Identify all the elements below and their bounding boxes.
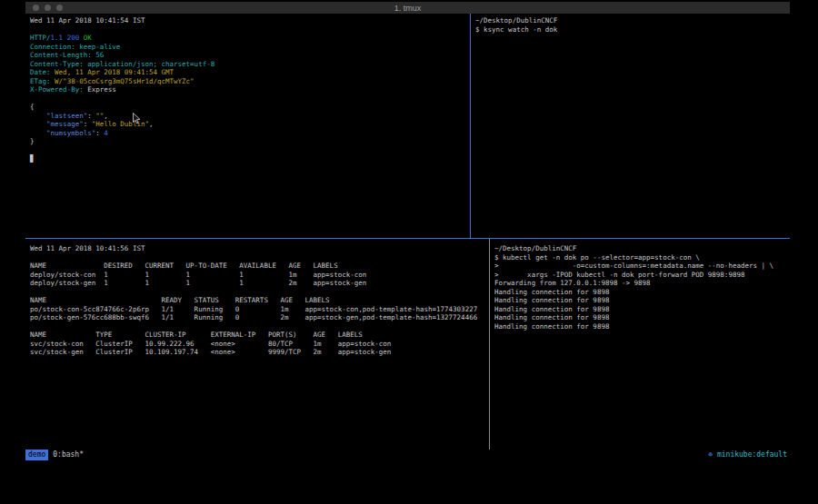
terminal-line: Handling connection for 9898 (494, 313, 788, 322)
terminal-line: { (30, 103, 468, 112)
status-left: demo 0:bash* (25, 450, 84, 460)
mouse-pointer-icon (133, 111, 141, 128)
terminal-line: HTTP/1.1 200 OK (30, 34, 468, 43)
terminal-line: Handling connection for 9898 (494, 288, 788, 297)
pane-kubectl-get[interactable]: Wed 11 Apr 2018 10:41:56 IST NAME DESIRE… (25, 239, 489, 450)
titlebar: 1. tmux (25, 2, 790, 14)
terminal-line: "message": "Hello Dublin", (30, 120, 468, 129)
pane-http-response[interactable]: Wed 11 Apr 2018 10:41:54 IST HTTP/1.1 20… (25, 14, 470, 238)
terminal-line (30, 146, 468, 155)
terminal-line (30, 288, 487, 297)
terminal-window: 1. tmux Wed 11 Apr 2018 10:41:54 IST HTT… (25, 2, 790, 460)
terminal-line: ~/Desktop/DublinCNCF (494, 244, 788, 253)
traffic-lights (33, 5, 63, 11)
terminal-line: Handling connection for 9898 (494, 305, 788, 314)
minimize-button[interactable] (45, 5, 51, 11)
window-title: 1. tmux (25, 4, 790, 13)
terminal-line: > xargs -IPOD kubectl -n dok port-forwar… (494, 271, 788, 280)
kubernetes-wheel-icon: ☸ (708, 450, 713, 459)
terminal-line (30, 253, 487, 262)
terminal-line: "lastseen": "", (30, 112, 468, 121)
terminal-line: NAME DESIRED CURRENT UP-TO-DATE AVAILABL… (30, 262, 487, 271)
terminal-line: deploy/stock-con 1 1 1 1 1m app=stock-co… (30, 271, 487, 280)
tmux-status-bar: demo 0:bash* ☸ minikube:default (25, 450, 790, 460)
terminal-line: NAME TYPE CLUSTER-IP EXTERNAL-IP PORT(S)… (30, 331, 487, 340)
terminal-line: ▊ (30, 154, 468, 163)
terminal-line (30, 25, 468, 35)
pane-ksync[interactable]: ~/Desktop/DublinCNCF$ ksync watch -n dok (471, 14, 790, 238)
terminal-line: "numsymbols": 4 (30, 129, 468, 138)
terminal-line: ETag: W/"38-05coCsrg3mQ75sHr1d/qcMTwYZc" (30, 77, 468, 86)
terminal-line: Wed 11 Apr 2018 10:41:54 IST (30, 16, 468, 25)
terminal-line: po/stock-con-5cc874766c-2p6rp 1/1 Runnin… (30, 305, 487, 314)
tmux-window-tab[interactable]: 0:bash* (53, 450, 84, 460)
terminal-line: Connection: keep-alive (30, 43, 468, 52)
terminal-line: X-Powered-By: Express (30, 85, 468, 94)
terminal-line: svc/stock-con ClusterIP 10.99.222.96 <no… (30, 340, 487, 349)
terminal-line: Handling connection for 9898 (494, 322, 788, 331)
terminal-line: $ kubectl get -n dok po --selector=app=s… (494, 253, 788, 262)
terminal-line: ~/Desktop/DublinCNCF (475, 16, 788, 25)
session-name: demo (25, 450, 48, 460)
terminal-line: Handling connection for 9898 (494, 296, 788, 305)
terminal-line: Content-Type: application/json; charset=… (30, 60, 468, 69)
terminal-line: svc/stock-gen ClusterIP 10.109.197.74 <n… (30, 348, 487, 357)
terminal-line: NAME READY STATUS RESTARTS AGE LABELS (30, 296, 487, 305)
terminal-line: $ ksync watch -n dok (475, 25, 788, 35)
terminal-line (30, 94, 468, 104)
terminal-line (30, 322, 487, 331)
terminal-line: > -o=custom-columns=:metadata.name --no-… (494, 262, 788, 271)
pane-port-forward[interactable]: ~/Desktop/DublinCNCF$ kubectl get -n dok… (490, 239, 790, 450)
terminal-line: } (30, 137, 468, 146)
zoom-button[interactable] (56, 5, 63, 11)
terminal-line: deploy/stock-gen 1 1 1 1 2m app=stock-ge… (30, 279, 487, 288)
status-right: ☸ minikube:default (708, 450, 787, 460)
terminal-line: Content-Length: 56 (30, 51, 468, 60)
kube-context-label: minikube:default (717, 450, 787, 459)
close-button[interactable] (33, 5, 39, 11)
terminal-line: Date: Wed, 11 Apr 2018 09:41:54 GMT (30, 68, 468, 77)
terminal-line: po/stock-gen-576cc688bb-swqf6 1/1 Runnin… (30, 313, 487, 322)
terminal-line: Wed 11 Apr 2018 10:41:56 IST (30, 244, 487, 253)
terminal-line: Forwarding from 127.0.0.1:9898 -> 9898 (494, 279, 788, 288)
